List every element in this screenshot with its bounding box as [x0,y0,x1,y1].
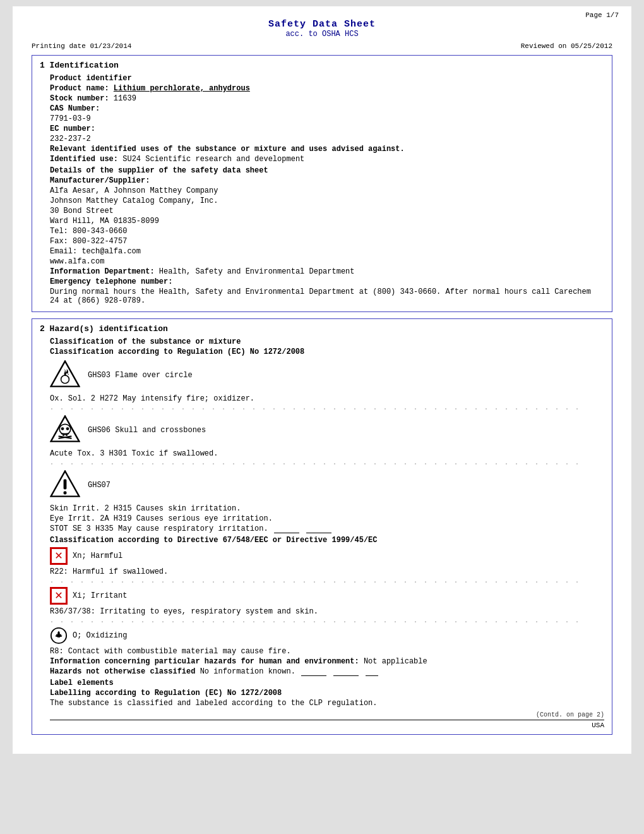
svg-point-1 [61,375,69,384]
info-dept-line: Information Department: Health, Safety a… [50,267,604,276]
details-label: Details of the supplier of the safety da… [50,166,604,175]
label-elements-label: Label elements [50,679,604,687]
ec-value: 232-237-2 [50,135,604,143]
mfr-line-2: 30 Bond Street [50,207,604,215]
stock-line: Stock number: 11639 [50,94,604,103]
info-dept-label: Information Department: [50,267,155,276]
r22-line: R22: Harmful if swallowed. [50,567,604,576]
classification-reg: Classification according to Regulation (… [50,348,604,356]
info-human-label: Information concerning particular hazard… [50,657,359,666]
r36-line: R36/37/38: Irritating to eyes, respirato… [50,607,604,616]
ghs06-row: GHS06 Skull and crossbones [50,415,604,445]
manufacturer-address: Alfa Aesar, A Johnson Matthey Company Jo… [50,186,604,266]
hazards-not-value: No information known. [200,667,295,676]
print-review-bar: Printing date 01/23/2014 Reviewed on 05/… [32,42,612,50]
r8-line: R8: Contact with combustible material ma… [50,647,604,656]
hazards-not-label: Hazards not otherwise classified [50,667,195,676]
ghs06-label: GHS06 Skull and crossbones [88,426,206,435]
manufacturer-label: Manufacturer/Supplier: [50,176,604,185]
mfr-line-7: www.alfa.com [50,257,604,266]
ec-label: EC number: [50,124,604,133]
mfr-line-3: Ward Hill, MA 01835-8099 [50,217,604,226]
xn-row: ✕ Xn; Harmful [50,547,604,565]
emergency-label: Emergency telephone number: [50,277,604,286]
ghs07-icon [50,470,80,500]
dot-line-3: . . . . . . . . . . . . . . . . . . . . … [50,577,604,584]
dot-line-1: . . . . . . . . . . . . . . . . . . . . … [50,404,604,411]
xn-label: Xn; Harmful [73,552,122,560]
ghs03-icon [50,360,80,390]
ghs07-label: GHS07 [88,481,110,490]
print-date: Printing date 01/23/2014 [32,42,131,50]
o-row: O; Oxidizing [50,627,604,644]
eye-line: Eye Irrit. 2A H319 Causes serious eye ir… [50,514,604,523]
ox-line: Ox. Sol. 2 H272 May intensify fire; oxid… [50,394,604,403]
xi-row: ✕ Xi; Irritant [50,587,604,605]
stock-value: 11639 [114,94,136,103]
dot-line-4: . . . . . . . . . . . . . . . . . . . . … [50,617,604,624]
ghs03-label: GHS03 Flame over circle [88,371,193,380]
directive-label: Classification according to Directive 67… [50,536,604,545]
mfr-line-6: Email: tech@alfa.com [50,247,604,256]
blank-2 [306,533,331,533]
svg-point-4 [61,427,64,430]
mfr-line-0: Alfa Aesar, A Johnson Matthey Company [50,186,604,195]
identified-label: Identified use: [50,155,118,164]
blank-4 [333,675,359,676]
blank-1 [274,533,299,533]
oxidizing-icon [50,627,68,644]
usa-label: USA [50,720,604,729]
section-1: 1 Identification Product identifier Prod… [32,55,612,312]
section-2-content: Classification of the substance or mixtu… [40,337,604,729]
identified-line: Identified use: SU24 Scientific research… [50,155,604,164]
mfr-line-5: Fax: 800-322-4757 [50,237,604,246]
dot-line-2: . . . . . . . . . . . . . . . . . . . . … [50,459,604,466]
cont-note: (Contd. on page 2) [50,711,604,718]
page: Page 1/7 Safety Data Sheet acc. to OSHA … [13,6,631,754]
xi-label: Xi; Irritant [73,591,127,600]
mfr-line-1: Johnson Matthey Catalog Company, Inc. [50,196,604,205]
info-dept-value: Health, Safety and Environmental Departm… [159,267,355,276]
xn-icon: ✕ [50,547,68,565]
svg-rect-12 [64,479,67,489]
emergency-text: During normal hours the Health, Safety a… [50,287,604,305]
xi-icon: ✕ [50,587,68,605]
header: Safety Data Sheet acc. to OSHA HCS [32,19,612,39]
section-2: 2 Hazard(s) identification Classificatio… [32,318,612,735]
product-name-line: Product name: Lithium perchlorate, anhyd… [50,84,604,93]
document-subtitle: acc. to OSHA HCS [32,30,612,39]
svg-rect-8 [61,433,69,435]
acute-line: Acute Tox. 3 H301 Toxic if swallowed. [50,449,604,458]
svg-point-5 [66,427,69,430]
classification-label: Classification of the substance or mixtu… [50,337,604,346]
ghs03-row: GHS03 Flame over circle [50,360,604,390]
blank-3 [301,675,326,676]
hazards-not-line: Hazards not otherwise classified No info… [50,667,604,676]
mfr-line-4: Tel: 800-343-0660 [50,227,604,236]
product-identifier-label: Product identifier [50,74,604,83]
product-name: Lithium perchlorate, anhydrous [114,84,250,93]
stock-label: Stock number: [50,94,109,103]
stot-line: STOT SE 3 H335 May cause respiratory irr… [50,524,604,533]
ghs06-icon [50,415,80,445]
blank-5 [366,675,378,676]
section-1-title: 1 Identification [40,61,604,70]
product-name-label: Product name: [50,84,109,93]
cas-label: CAS Number: [50,104,604,113]
info-human-value: Not applicable [364,657,427,666]
section-2-title: 2 Hazard(s) identification [40,324,604,334]
ghs07-row: GHS07 [50,470,604,500]
cas-value: 7791-03-9 [50,114,604,123]
review-date: Reviewed on 05/25/2012 [521,42,612,50]
relevant-label: Relevant identified uses of the substanc… [50,145,604,154]
info-human-line: Information concerning particular hazard… [50,657,604,666]
section-1-content: Product identifier Product name: Lithium… [40,74,604,305]
svg-rect-13 [64,492,67,495]
skin-line: Skin Irrit. 2 H315 Causes skin irritatio… [50,504,604,513]
identified-value: SU24 Scientific research and development [122,155,304,164]
document-title: Safety Data Sheet [32,19,612,30]
labelling-text: The substance is classified and labeled … [50,699,604,708]
page-number: Page 1/7 [585,11,619,19]
labelling-label: Labelling according to Regulation (EC) N… [50,689,604,698]
o-label: O; Oxidizing [73,631,127,640]
